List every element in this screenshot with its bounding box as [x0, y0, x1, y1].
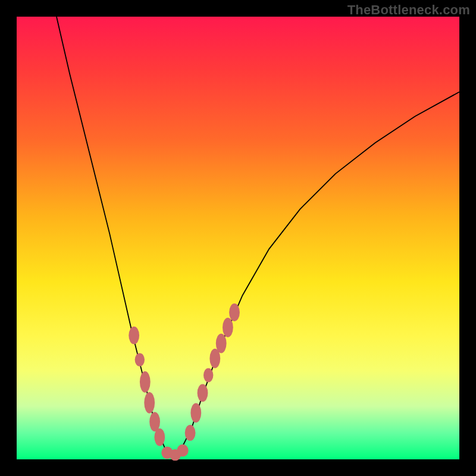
curve-left-branch — [57, 17, 171, 457]
marker-right-cluster — [229, 303, 240, 321]
curve-right-branch — [171, 92, 459, 458]
marker-left-cluster — [144, 392, 155, 414]
marker-right-cluster — [198, 384, 208, 402]
marker-left-cluster — [154, 428, 165, 446]
marker-left-cluster — [140, 371, 151, 393]
marker-right-cluster — [216, 334, 227, 353]
marker-right-cluster — [185, 425, 196, 441]
bottleneck-curve-chart — [17, 17, 459, 459]
marker-left-cluster — [135, 353, 145, 366]
watermark-text: TheBottleneck.com — [347, 2, 470, 18]
marker-right-cluster — [223, 318, 233, 337]
marker-right-cluster — [190, 403, 201, 423]
marker-group — [129, 303, 240, 461]
marker-valley-floor — [177, 444, 188, 457]
marker-right-cluster — [203, 368, 213, 383]
marker-left-cluster — [129, 327, 139, 345]
curve-group — [57, 17, 459, 457]
